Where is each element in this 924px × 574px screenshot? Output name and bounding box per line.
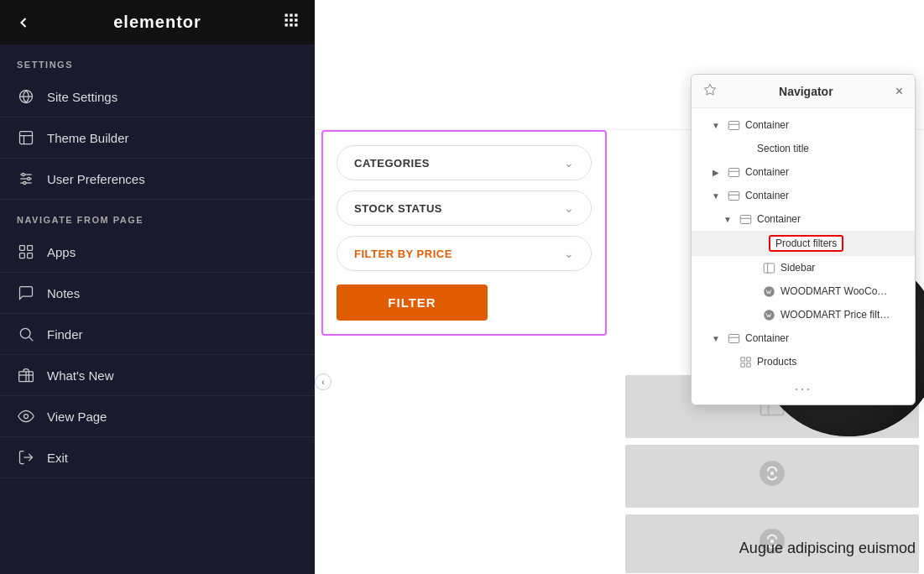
svg-rect-7 bbox=[290, 23, 292, 26]
nav-toggle-container-3: ▼ bbox=[722, 215, 733, 224]
container-1-icon bbox=[726, 164, 741, 180]
wp-price-icon bbox=[761, 307, 776, 322]
finder-label: Finder bbox=[47, 327, 83, 342]
svg-point-14 bbox=[22, 173, 24, 175]
whats-new-label: What's New bbox=[47, 368, 114, 383]
nav-label-woodmart-wooco: WOODMART WooCo… bbox=[780, 285, 887, 297]
svg-point-15 bbox=[28, 177, 30, 180]
nav-toggle-container-4: ▼ bbox=[710, 334, 722, 343]
svg-rect-10 bbox=[20, 132, 33, 144]
app-title: elementor bbox=[113, 13, 201, 32]
nav-item-woodmart-price[interactable]: WOODMART Price filt… bbox=[692, 303, 915, 326]
svg-rect-3 bbox=[285, 18, 288, 21]
container-4-icon bbox=[726, 331, 741, 346]
container-2-icon bbox=[726, 188, 741, 203]
sidebar-item-site-settings[interactable]: Site Settings bbox=[0, 76, 315, 117]
nav-item-sidebar[interactable]: Sidebar bbox=[692, 256, 915, 279]
sidebar-item-user-preferences[interactable]: User Preferences bbox=[0, 159, 315, 200]
nav-toggle-container-top: ▼ bbox=[710, 121, 722, 130]
svg-rect-49 bbox=[740, 357, 744, 360]
sidebar-item-theme-builder[interactable]: Theme Builder bbox=[0, 117, 315, 159]
nav-label-product-filters: Product filters bbox=[769, 235, 843, 252]
svg-rect-19 bbox=[20, 253, 25, 258]
nav-label-sidebar: Sidebar bbox=[780, 262, 815, 274]
grid-toggle-icon[interactable] bbox=[283, 12, 300, 33]
nav-label-woodmart-price: WOODMART Price filt… bbox=[780, 309, 890, 321]
nav-item-container-1[interactable]: ▶ Container bbox=[692, 160, 915, 184]
svg-point-21 bbox=[20, 328, 30, 338]
settings-section-label: SETTINGS bbox=[0, 44, 315, 76]
exit-icon bbox=[17, 448, 35, 467]
navigate-section-label: NAVIGATE FROM PAGE bbox=[0, 200, 315, 232]
svg-point-16 bbox=[23, 181, 26, 184]
svg-rect-50 bbox=[746, 357, 749, 360]
svg-rect-1 bbox=[290, 14, 292, 17]
placeholder-icon-2 bbox=[757, 458, 787, 494]
svg-point-26 bbox=[24, 415, 29, 419]
nav-item-container-3[interactable]: ▼ Container bbox=[692, 207, 915, 231]
svg-rect-35 bbox=[728, 121, 739, 129]
exit-label: Exit bbox=[47, 451, 68, 465]
sidebar-item-view-page[interactable]: View Page bbox=[0, 396, 315, 437]
nav-item-product-filters[interactable]: Product filters bbox=[692, 231, 915, 256]
view-page-label: View Page bbox=[47, 410, 107, 424]
sidebar-item-exit[interactable]: Exit bbox=[0, 437, 315, 478]
svg-rect-52 bbox=[746, 363, 749, 366]
sidebar-header: elementor bbox=[0, 0, 315, 44]
nav-item-woodmart-wooco[interactable]: WOODMART WooCo… bbox=[692, 279, 915, 303]
svg-point-32 bbox=[770, 472, 775, 476]
svg-rect-4 bbox=[290, 18, 292, 21]
stock-chevron-icon: ⌄ bbox=[564, 201, 574, 215]
svg-rect-5 bbox=[295, 18, 297, 21]
filter-price-label: FILTER BY PRICE bbox=[354, 248, 452, 260]
collapse-arrow[interactable]: ‹ bbox=[315, 373, 331, 390]
sidebar-item-apps[interactable]: Apps bbox=[0, 232, 315, 273]
price-chevron-icon: ⌄ bbox=[564, 247, 574, 260]
svg-rect-18 bbox=[28, 246, 33, 251]
sidebar-item-finder[interactable]: Finder bbox=[0, 314, 315, 355]
sidebar-item-whats-new[interactable]: What's New bbox=[0, 355, 315, 396]
navigator-body: ▼ Container Section title ▶ bbox=[692, 108, 915, 404]
bottom-caption: Augue adipiscing euismod bbox=[739, 540, 916, 557]
theme-builder-label: Theme Builder bbox=[47, 131, 129, 145]
container-3-icon bbox=[738, 211, 753, 227]
nav-item-section-title[interactable]: Section title bbox=[692, 137, 915, 160]
wp-wooco-icon bbox=[761, 284, 776, 299]
nav-label-products: Products bbox=[757, 356, 796, 368]
sidebar-item-notes[interactable]: Notes bbox=[0, 273, 315, 314]
categories-row[interactable]: CATEGORIES ⌄ bbox=[337, 145, 592, 180]
filter-button[interactable]: FILTER bbox=[337, 284, 488, 321]
svg-rect-0 bbox=[285, 14, 288, 17]
nav-label-section-title: Section title bbox=[757, 143, 809, 154]
gift-icon bbox=[17, 366, 35, 384]
eye-icon bbox=[17, 407, 35, 425]
navigator-pin-icon[interactable] bbox=[703, 83, 717, 99]
sidebar-nav-icon bbox=[761, 260, 776, 275]
placeholder-block-2 bbox=[625, 445, 919, 508]
navigator-dots: ... bbox=[692, 373, 915, 399]
navigator-close-button[interactable]: × bbox=[895, 85, 903, 98]
nav-label-container-2: Container bbox=[745, 190, 789, 201]
svg-rect-41 bbox=[740, 215, 751, 223]
back-button[interactable] bbox=[15, 14, 32, 31]
stock-status-row[interactable]: STOCK STATUS ⌄ bbox=[337, 190, 592, 226]
sidebar: elementor SETTINGS Site Settings Theme B… bbox=[0, 0, 315, 574]
svg-rect-43 bbox=[764, 263, 775, 272]
nav-item-container-top[interactable]: ▼ Container bbox=[692, 113, 915, 137]
main-content: CATEGORIES ⌄ STOCK STATUS ⌄ FILTER BY PR… bbox=[315, 0, 924, 574]
navigator-panel: Navigator × ▼ Container Section title bbox=[691, 74, 916, 405]
svg-rect-20 bbox=[28, 253, 33, 258]
apps-grid-icon bbox=[17, 243, 35, 261]
stock-status-label: STOCK STATUS bbox=[354, 202, 442, 215]
svg-rect-6 bbox=[285, 23, 288, 26]
svg-rect-37 bbox=[728, 168, 739, 176]
products-grid-icon bbox=[738, 354, 753, 369]
nav-item-container-2[interactable]: ▼ Container bbox=[692, 184, 915, 207]
categories-chevron-icon: ⌄ bbox=[564, 156, 574, 170]
filter-by-price-row[interactable]: FILTER BY PRICE ⌄ bbox=[337, 236, 592, 271]
globe-icon bbox=[17, 87, 35, 106]
finder-search-icon bbox=[17, 325, 35, 343]
nav-item-products[interactable]: Products bbox=[692, 350, 915, 373]
navigator-header: Navigator × bbox=[692, 75, 915, 108]
nav-item-container-4[interactable]: ▼ Container bbox=[692, 326, 915, 350]
